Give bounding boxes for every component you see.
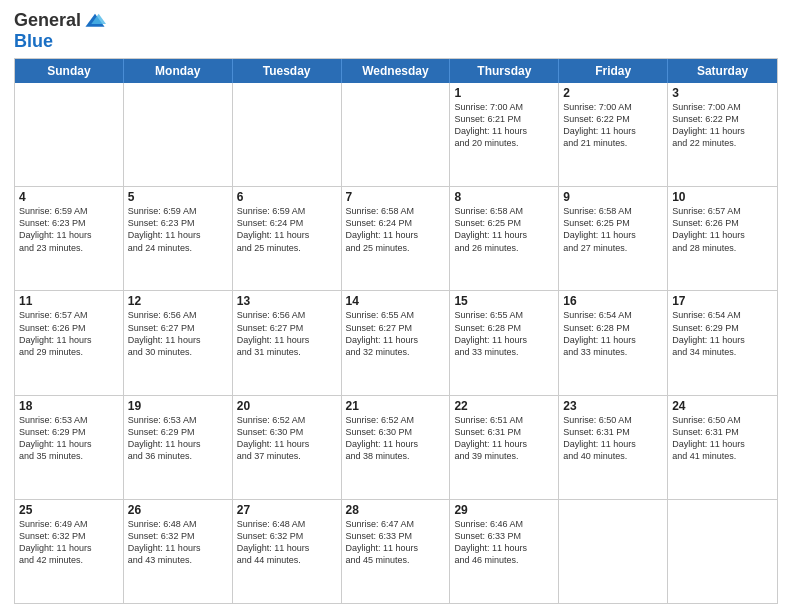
day-25: 25Sunrise: 6:49 AM Sunset: 6:32 PM Dayli… — [15, 500, 124, 603]
day-number: 23 — [563, 399, 663, 413]
day-22: 22Sunrise: 6:51 AM Sunset: 6:31 PM Dayli… — [450, 396, 559, 499]
day-number: 16 — [563, 294, 663, 308]
day-info: Sunrise: 7:00 AM Sunset: 6:22 PM Dayligh… — [563, 101, 663, 150]
day-7: 7Sunrise: 6:58 AM Sunset: 6:24 PM Daylig… — [342, 187, 451, 290]
day-number: 10 — [672, 190, 773, 204]
day-number: 28 — [346, 503, 446, 517]
header-day-sunday: Sunday — [15, 59, 124, 83]
empty-cell — [15, 83, 124, 186]
day-number: 1 — [454, 86, 554, 100]
empty-cell — [124, 83, 233, 186]
day-number: 5 — [128, 190, 228, 204]
day-info: Sunrise: 6:55 AM Sunset: 6:28 PM Dayligh… — [454, 309, 554, 358]
day-number: 15 — [454, 294, 554, 308]
day-21: 21Sunrise: 6:52 AM Sunset: 6:30 PM Dayli… — [342, 396, 451, 499]
day-23: 23Sunrise: 6:50 AM Sunset: 6:31 PM Dayli… — [559, 396, 668, 499]
day-number: 26 — [128, 503, 228, 517]
day-info: Sunrise: 6:58 AM Sunset: 6:25 PM Dayligh… — [454, 205, 554, 254]
day-12: 12Sunrise: 6:56 AM Sunset: 6:27 PM Dayli… — [124, 291, 233, 394]
day-number: 6 — [237, 190, 337, 204]
day-info: Sunrise: 6:52 AM Sunset: 6:30 PM Dayligh… — [346, 414, 446, 463]
logo-general: General — [14, 10, 81, 31]
calendar-week-3: 11Sunrise: 6:57 AM Sunset: 6:26 PM Dayli… — [15, 290, 777, 394]
day-9: 9Sunrise: 6:58 AM Sunset: 6:25 PM Daylig… — [559, 187, 668, 290]
day-17: 17Sunrise: 6:54 AM Sunset: 6:29 PM Dayli… — [668, 291, 777, 394]
day-14: 14Sunrise: 6:55 AM Sunset: 6:27 PM Dayli… — [342, 291, 451, 394]
day-number: 3 — [672, 86, 773, 100]
day-number: 7 — [346, 190, 446, 204]
empty-cell — [559, 500, 668, 603]
day-info: Sunrise: 6:59 AM Sunset: 6:23 PM Dayligh… — [19, 205, 119, 254]
logo-bird-icon — [84, 12, 106, 30]
day-24: 24Sunrise: 6:50 AM Sunset: 6:31 PM Dayli… — [668, 396, 777, 499]
day-5: 5Sunrise: 6:59 AM Sunset: 6:23 PM Daylig… — [124, 187, 233, 290]
day-info: Sunrise: 6:50 AM Sunset: 6:31 PM Dayligh… — [563, 414, 663, 463]
day-info: Sunrise: 6:57 AM Sunset: 6:26 PM Dayligh… — [19, 309, 119, 358]
day-number: 20 — [237, 399, 337, 413]
day-29: 29Sunrise: 6:46 AM Sunset: 6:33 PM Dayli… — [450, 500, 559, 603]
day-info: Sunrise: 6:58 AM Sunset: 6:25 PM Dayligh… — [563, 205, 663, 254]
day-3: 3Sunrise: 7:00 AM Sunset: 6:22 PM Daylig… — [668, 83, 777, 186]
day-20: 20Sunrise: 6:52 AM Sunset: 6:30 PM Dayli… — [233, 396, 342, 499]
header-day-monday: Monday — [124, 59, 233, 83]
calendar-body: 1Sunrise: 7:00 AM Sunset: 6:21 PM Daylig… — [15, 83, 777, 603]
day-info: Sunrise: 6:53 AM Sunset: 6:29 PM Dayligh… — [19, 414, 119, 463]
day-10: 10Sunrise: 6:57 AM Sunset: 6:26 PM Dayli… — [668, 187, 777, 290]
day-info: Sunrise: 7:00 AM Sunset: 6:22 PM Dayligh… — [672, 101, 773, 150]
day-number: 4 — [19, 190, 119, 204]
day-info: Sunrise: 6:59 AM Sunset: 6:24 PM Dayligh… — [237, 205, 337, 254]
day-info: Sunrise: 6:56 AM Sunset: 6:27 PM Dayligh… — [128, 309, 228, 358]
calendar-header: SundayMondayTuesdayWednesdayThursdayFrid… — [15, 59, 777, 83]
day-number: 24 — [672, 399, 773, 413]
day-info: Sunrise: 6:49 AM Sunset: 6:32 PM Dayligh… — [19, 518, 119, 567]
day-1: 1Sunrise: 7:00 AM Sunset: 6:21 PM Daylig… — [450, 83, 559, 186]
logo-wrapper: General Blue — [14, 10, 106, 52]
header-day-friday: Friday — [559, 59, 668, 83]
day-info: Sunrise: 6:47 AM Sunset: 6:33 PM Dayligh… — [346, 518, 446, 567]
calendar-week-5: 25Sunrise: 6:49 AM Sunset: 6:32 PM Dayli… — [15, 499, 777, 603]
day-info: Sunrise: 6:55 AM Sunset: 6:27 PM Dayligh… — [346, 309, 446, 358]
day-16: 16Sunrise: 6:54 AM Sunset: 6:28 PM Dayli… — [559, 291, 668, 394]
header-day-wednesday: Wednesday — [342, 59, 451, 83]
day-number: 17 — [672, 294, 773, 308]
calendar-week-2: 4Sunrise: 6:59 AM Sunset: 6:23 PM Daylig… — [15, 186, 777, 290]
day-number: 25 — [19, 503, 119, 517]
calendar-week-4: 18Sunrise: 6:53 AM Sunset: 6:29 PM Dayli… — [15, 395, 777, 499]
header-day-tuesday: Tuesday — [233, 59, 342, 83]
day-13: 13Sunrise: 6:56 AM Sunset: 6:27 PM Dayli… — [233, 291, 342, 394]
day-18: 18Sunrise: 6:53 AM Sunset: 6:29 PM Dayli… — [15, 396, 124, 499]
logo-top: General — [14, 10, 106, 31]
day-number: 14 — [346, 294, 446, 308]
day-number: 29 — [454, 503, 554, 517]
empty-cell — [668, 500, 777, 603]
calendar: SundayMondayTuesdayWednesdayThursdayFrid… — [14, 58, 778, 604]
day-number: 18 — [19, 399, 119, 413]
day-6: 6Sunrise: 6:59 AM Sunset: 6:24 PM Daylig… — [233, 187, 342, 290]
day-4: 4Sunrise: 6:59 AM Sunset: 6:23 PM Daylig… — [15, 187, 124, 290]
day-number: 13 — [237, 294, 337, 308]
empty-cell — [342, 83, 451, 186]
day-number: 12 — [128, 294, 228, 308]
day-number: 22 — [454, 399, 554, 413]
day-number: 27 — [237, 503, 337, 517]
calendar-week-1: 1Sunrise: 7:00 AM Sunset: 6:21 PM Daylig… — [15, 83, 777, 186]
day-28: 28Sunrise: 6:47 AM Sunset: 6:33 PM Dayli… — [342, 500, 451, 603]
day-number: 11 — [19, 294, 119, 308]
header: General Blue — [14, 10, 778, 52]
day-info: Sunrise: 6:53 AM Sunset: 6:29 PM Dayligh… — [128, 414, 228, 463]
day-info: Sunrise: 7:00 AM Sunset: 6:21 PM Dayligh… — [454, 101, 554, 150]
empty-cell — [233, 83, 342, 186]
day-8: 8Sunrise: 6:58 AM Sunset: 6:25 PM Daylig… — [450, 187, 559, 290]
day-19: 19Sunrise: 6:53 AM Sunset: 6:29 PM Dayli… — [124, 396, 233, 499]
page: General Blue SundayMondayTuesdayWednesda… — [0, 0, 792, 612]
day-number: 21 — [346, 399, 446, 413]
day-number: 2 — [563, 86, 663, 100]
day-number: 9 — [563, 190, 663, 204]
day-info: Sunrise: 6:48 AM Sunset: 6:32 PM Dayligh… — [128, 518, 228, 567]
day-info: Sunrise: 6:46 AM Sunset: 6:33 PM Dayligh… — [454, 518, 554, 567]
day-2: 2Sunrise: 7:00 AM Sunset: 6:22 PM Daylig… — [559, 83, 668, 186]
header-day-saturday: Saturday — [668, 59, 777, 83]
logo-blue: Blue — [14, 31, 53, 52]
day-info: Sunrise: 6:58 AM Sunset: 6:24 PM Dayligh… — [346, 205, 446, 254]
day-info: Sunrise: 6:59 AM Sunset: 6:23 PM Dayligh… — [128, 205, 228, 254]
